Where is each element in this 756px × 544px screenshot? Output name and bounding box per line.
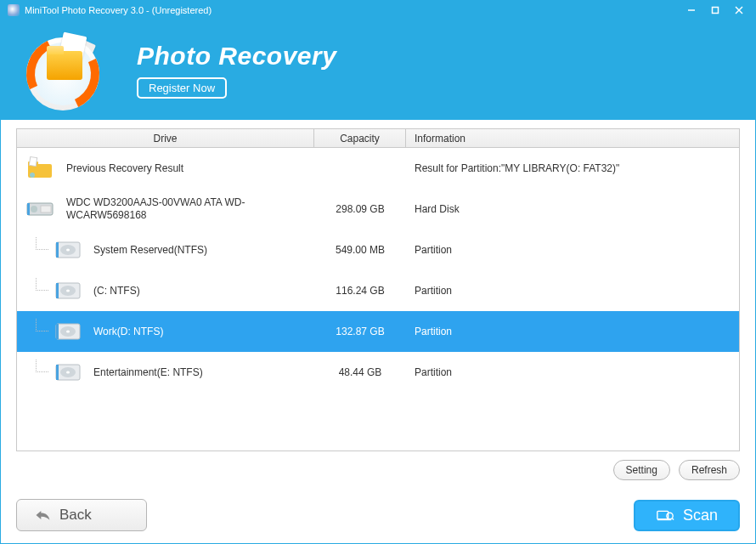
svg-line-31 bbox=[672, 518, 674, 520]
window-title: MiniTool Photo Recovery 3.0 - (Unregiste… bbox=[25, 5, 680, 15]
svg-point-9 bbox=[31, 206, 37, 212]
scan-label: Scan bbox=[683, 507, 718, 524]
drive-capacity: 132.87 GB bbox=[314, 326, 406, 337]
drive-row[interactable]: System Reserved(NTFS)549.00 MBPartition bbox=[17, 230, 739, 270]
drive-label: Work(D: NTFS) bbox=[93, 326, 163, 338]
svg-rect-6 bbox=[29, 156, 37, 166]
drive-label: (C: NTFS) bbox=[93, 285, 140, 298]
svg-rect-23 bbox=[56, 324, 59, 339]
svg-rect-19 bbox=[56, 283, 59, 298]
folder-icon bbox=[24, 156, 58, 181]
back-label: Back bbox=[59, 507, 92, 524]
svg-point-22 bbox=[66, 331, 70, 333]
svg-point-18 bbox=[66, 290, 70, 292]
drive-row[interactable]: Previous Recovery ResultResult for Parti… bbox=[17, 148, 739, 189]
drive-label: System Reserved(NTFS) bbox=[93, 244, 207, 257]
app-logo bbox=[18, 27, 120, 112]
drive-capacity: 298.09 GB bbox=[314, 203, 406, 215]
drive-row[interactable]: (C: NTFS)116.24 GBPartition bbox=[17, 270, 739, 311]
maximize-icon bbox=[711, 6, 719, 14]
col-header-capacity[interactable]: Capacity bbox=[314, 129, 406, 147]
svg-point-26 bbox=[66, 371, 70, 374]
drive-grid: Drive Capacity Information Previous Reco… bbox=[16, 128, 740, 451]
drive-info: Partition bbox=[406, 326, 739, 337]
primary-buttons: Back Scan bbox=[16, 499, 740, 531]
drive-info: Hard Disk bbox=[406, 203, 739, 215]
drive-info: Result for Partition:"MY LIBRARY(O: FAT3… bbox=[406, 162, 739, 174]
svg-rect-15 bbox=[56, 242, 59, 258]
setting-button[interactable]: Setting bbox=[613, 460, 670, 480]
close-icon bbox=[735, 6, 743, 14]
col-header-info[interactable]: Information bbox=[406, 129, 739, 147]
app-window: MiniTool Photo Recovery 3.0 - (Unregiste… bbox=[0, 0, 756, 544]
drive-capacity: 116.24 GB bbox=[314, 285, 406, 297]
window-controls bbox=[680, 3, 750, 18]
drive-capacity: 549.00 MB bbox=[314, 244, 406, 256]
main-area: Drive Capacity Information Previous Reco… bbox=[1, 120, 755, 543]
drive-capacity: 48.44 GB bbox=[314, 366, 406, 378]
svg-point-30 bbox=[667, 513, 673, 518]
drive-info: Partition bbox=[406, 366, 739, 378]
minimize-button[interactable] bbox=[680, 3, 702, 18]
drive-info: Partition bbox=[406, 285, 739, 297]
header-text: Photo Recovery Register Now bbox=[137, 42, 336, 99]
register-button[interactable]: Register Now bbox=[137, 77, 227, 99]
grid-header: Drive Capacity Information bbox=[17, 129, 739, 148]
drive-label: WDC WD3200AAJS-00VWA0 ATA WD-WCARW569816… bbox=[66, 196, 279, 222]
back-button[interactable]: Back bbox=[16, 499, 147, 531]
secondary-buttons: Setting Refresh bbox=[16, 460, 740, 480]
svg-point-7 bbox=[30, 173, 35, 178]
maximize-button[interactable] bbox=[704, 3, 726, 18]
svg-rect-10 bbox=[41, 206, 51, 212]
app-name: Photo Recovery bbox=[137, 42, 336, 71]
hdd-icon bbox=[24, 196, 58, 222]
svg-rect-1 bbox=[713, 8, 719, 14]
drive-info: Partition bbox=[406, 244, 739, 256]
drive-row[interactable]: Entertainment(E: NTFS)48.44 GBPartition bbox=[17, 352, 739, 393]
minimize-icon bbox=[687, 6, 696, 14]
svg-rect-11 bbox=[27, 203, 30, 215]
disk-icon bbox=[51, 319, 85, 344]
drive-row[interactable]: Work(D: NTFS)132.87 GBPartition bbox=[17, 311, 739, 352]
svg-point-14 bbox=[66, 249, 70, 252]
scan-icon bbox=[656, 507, 674, 523]
disk-icon bbox=[51, 360, 85, 385]
close-button[interactable] bbox=[728, 3, 750, 18]
drive-label: Entertainment(E: NTFS) bbox=[93, 366, 203, 379]
svg-rect-27 bbox=[56, 365, 59, 380]
disk-icon bbox=[51, 278, 85, 303]
titlebar: MiniTool Photo Recovery 3.0 - (Unregiste… bbox=[1, 1, 755, 20]
scan-button[interactable]: Scan bbox=[634, 500, 740, 531]
app-header: Photo Recovery Register Now bbox=[1, 20, 755, 120]
app-icon bbox=[8, 4, 20, 16]
disk-icon bbox=[51, 237, 85, 263]
grid-body: Previous Recovery ResultResult for Parti… bbox=[17, 148, 739, 450]
refresh-button[interactable]: Refresh bbox=[679, 460, 740, 480]
col-header-drive[interactable]: Drive bbox=[17, 129, 314, 147]
drive-label: Previous Recovery Result bbox=[66, 162, 183, 175]
drive-row[interactable]: WDC WD3200AAJS-00VWA0 ATA WD-WCARW569816… bbox=[17, 189, 739, 230]
back-arrow-icon bbox=[34, 508, 51, 522]
